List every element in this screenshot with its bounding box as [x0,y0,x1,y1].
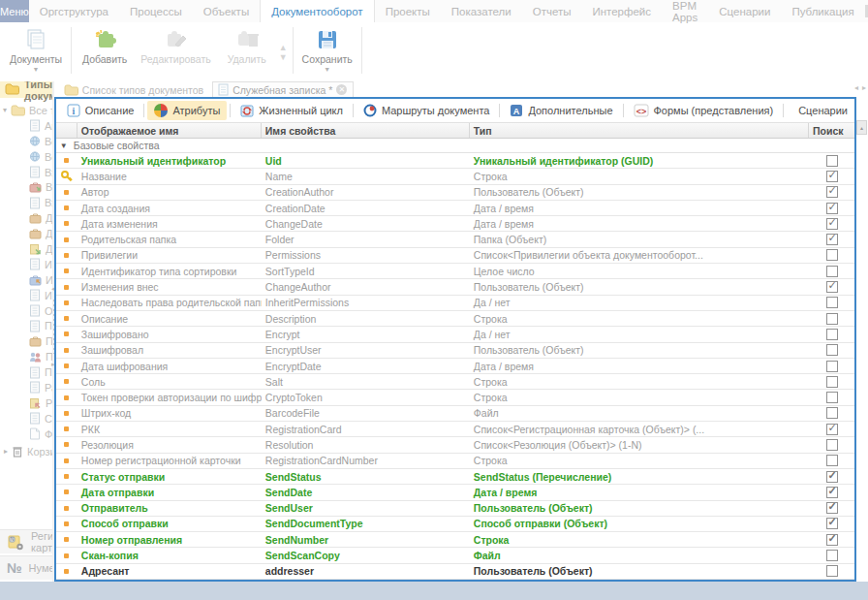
tree-item-16[interactable]: Протокол СПБ [0,364,52,380]
column-header-4[interactable]: Поиск [809,123,854,138]
tree-item-11[interactable]: Исходящий счет [0,288,52,303]
search-checkbox[interactable] [826,329,838,340]
tree-item-10[interactable]: Исходящий договор [0,272,52,288]
table-row[interactable]: АвторCreationAuthorПользователь (Объект) [56,185,854,201]
search-checkbox[interactable] [826,518,838,529]
table-row[interactable]: Статус отправкиSendStatusSendStatus (Пер… [56,469,854,485]
menu-item-4[interactable]: Проекты [375,0,441,22]
search-checkbox[interactable] [826,361,838,372]
tree-item-1[interactable]: Веб-документ [0,134,52,149]
tree-item-18[interactable]: Расход по проекту [0,395,52,411]
search-checkbox[interactable] [826,218,838,230]
sidebar-section-1[interactable]: №Нумераторы [0,555,52,580]
menu-item-3[interactable]: Документооборот [260,0,374,22]
move-up-icon[interactable]: ▲ [279,44,288,51]
tree-item-17[interactable]: Распоряжение [0,380,52,395]
collapse-group-icon[interactable]: ▼ [60,142,68,150]
menu-item-10[interactable]: Публикация [781,0,864,22]
sidebar-section-0[interactable]: NРегистрационные карточки [0,529,52,553]
panel-tab-1[interactable]: Атрибуты [147,101,227,120]
search-checkbox[interactable] [826,186,838,198]
tree-item-0[interactable]: Акт [0,118,52,134]
search-checkbox[interactable] [826,203,838,214]
search-checkbox[interactable] [826,455,838,466]
tree-item-6[interactable]: Договор [0,210,52,226]
table-row[interactable]: Номер регистрационной карточкиRegistrati… [56,454,854,469]
toolbar-button-4[interactable]: Сохранить▼ [296,22,358,81]
chevron-right-icon[interactable]: ▸ [4,447,8,456]
column-header-2[interactable]: Имя свойства [262,123,470,138]
search-checkbox[interactable] [826,249,838,261]
table-row[interactable]: Дата шифрованияEncryptDateДата / время [56,359,854,374]
tab-scroll-right-icon[interactable]: ▸ [862,83,866,92]
panel-tab-3[interactable]: Маршруты документа [356,101,496,120]
document-tab-0[interactable]: Список типов документов [59,83,209,97]
menu-item-8[interactable]: BPM Apps [662,0,708,22]
menu-item-6[interactable]: Отчеты [522,0,582,22]
column-header-0[interactable] [56,123,78,138]
search-checkbox[interactable] [826,171,838,182]
table-row[interactable]: ЗашифрованоEncryptДа / нет [56,327,854,342]
panel-tab-0[interactable]: iОписание [60,101,141,120]
tree-item-14[interactable]: Приложение к договору [0,333,52,349]
table-row[interactable]: Идентификатор типа сортировкиSortTypeIdЦ… [56,264,854,279]
close-icon[interactable]: ✕ [336,84,347,95]
tree-root-all-document-types[interactable]: ▾Все типы документов [0,103,52,118]
table-row[interactable]: Изменения внесChangeAuthorПользователь (… [56,279,854,295]
table-row[interactable]: РезолюцияResolutionСписок<Резолюция (Объ… [56,437,854,453]
menu-item-5[interactable]: Показатели [441,0,522,22]
table-row[interactable]: ЗашифровалEncryptUserПользователь (Объек… [56,343,854,359]
search-checkbox[interactable] [826,487,838,498]
tree-item-trash[interactable]: ▸Корзина [0,444,52,459]
menu-item-9[interactable]: Сценарии [708,0,781,22]
search-checkbox[interactable] [826,344,838,356]
search-checkbox[interactable] [826,424,838,435]
table-row[interactable]: Скан-копияSendScanCopyФайл [56,548,854,563]
tree-item-19[interactable]: Служебная записка [0,411,52,426]
tree-item-15[interactable]: Протокол разногласий [0,349,52,364]
tree-item-12[interactable]: Ответ на обращение [0,303,52,319]
menu-item-7[interactable]: Интерфейс [581,0,662,22]
search-checkbox[interactable] [826,471,838,483]
search-checkbox[interactable] [826,297,838,308]
table-row[interactable]: Штрих-кодBarcodeFileФайл [56,406,854,422]
table-row[interactable]: ОтправительSendUserПользователь (Объект) [56,501,854,517]
search-checkbox[interactable] [826,407,838,419]
panel-tab-2[interactable]: Жизненный цикл [233,101,350,120]
table-row[interactable]: Способ отправкиSendDocumentTypeСпособ от… [56,517,854,532]
tree-item-8[interactable]: Доход по проекту [0,241,52,257]
toolbar-button-2[interactable]: Редактировать [135,22,217,81]
column-options-button[interactable]: ▴ [856,120,867,135]
table-row[interactable]: Родительская папкаFolderПапка (Объект) [56,232,854,247]
search-checkbox[interactable] [826,550,838,561]
tree-item-3[interactable]: Входящее письмо [0,165,52,180]
table-row[interactable]: РККRegistrationCardСписок<Регистрационна… [56,422,854,437]
table-row[interactable]: Дата отправкиSendDateДата / время [56,485,854,500]
menu-item-2[interactable]: Объекты [193,0,260,22]
panel-tab-5[interactable]: <>Формы (представления) [627,101,781,120]
table-row[interactable]: ОписаниеDescriptionСтрока [56,311,854,327]
panel-tab-6[interactable]: Сценарии [787,102,854,119]
search-checkbox[interactable] [826,565,838,577]
search-checkbox[interactable] [826,534,838,546]
tree-item-2[interactable]: Веб-документ Отчет [0,149,52,165]
toolbar-button-0[interactable]: Документы▼ [4,22,68,81]
table-row[interactable]: Дата созданияCreationDateДата / время [56,201,854,216]
table-row[interactable]: АдресантaddresserПользователь (Объект) [56,564,854,580]
chevron-down-icon[interactable]: ▾ [3,106,7,114]
table-row[interactable]: Дата измененияChangeDateДата / время [56,216,854,232]
table-row[interactable]: Токен проверки авторизации по шифрованию… [56,390,854,405]
move-down-icon[interactable]: ▼ [279,53,288,61]
column-header-3[interactable]: Тип [470,123,809,138]
search-checkbox[interactable] [826,266,838,277]
tree-item-20[interactable]: Файл [0,426,52,442]
menu-item-0[interactable]: Оргструктура [29,0,119,22]
search-checkbox[interactable] [826,155,838,167]
search-checkbox[interactable] [826,392,838,403]
tab-scroll-left-icon[interactable]: ◂ [854,83,858,92]
document-tab-1[interactable]: Служебная записка *✕ [212,81,354,97]
menu-button[interactable]: Меню [0,0,29,22]
table-row[interactable]: ПривилегииPermissionsСписок<Привилегии о… [56,248,854,264]
search-checkbox[interactable] [826,502,838,514]
group-row-base-properties[interactable]: ▼ Базовые свойства [56,139,854,153]
